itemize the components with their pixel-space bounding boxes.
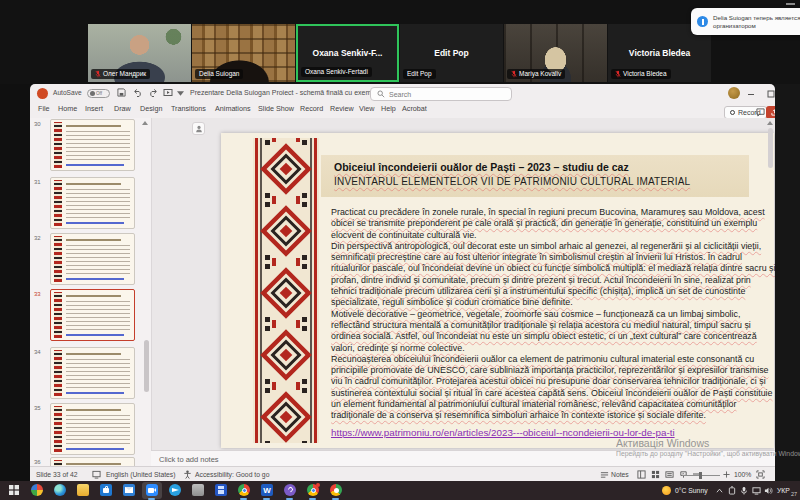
tab-transitions[interactable]: Transitions xyxy=(171,104,206,113)
floppy-icon[interactable] xyxy=(215,484,227,496)
tab-animations[interactable]: Animations xyxy=(215,104,251,113)
tab-file[interactable]: File xyxy=(38,104,50,113)
tab-home[interactable]: Home xyxy=(58,104,77,113)
powerpoint-window: AutoSave Off Prezentare Delia Suiogan Pr… xyxy=(30,84,775,481)
running-indicator xyxy=(263,498,270,500)
reading-view-icon[interactable] xyxy=(665,470,674,479)
slide-thumbnail-30[interactable] xyxy=(50,119,135,171)
tab-record[interactable]: Record xyxy=(300,104,323,113)
start-slideshow-icon[interactable] xyxy=(163,88,173,98)
search-icon xyxy=(377,90,385,98)
account-avatar[interactable] xyxy=(728,87,740,99)
mail-icon[interactable] xyxy=(123,484,135,496)
slide-canvas: Obiceiul încondeierii ouălor de Paști – … xyxy=(151,118,775,450)
participant-tile-edit[interactable]: Edit Pop Edit Pop xyxy=(400,24,503,82)
clock[interactable]: 27 xyxy=(791,491,797,497)
zoom-minimize-icon[interactable] xyxy=(786,3,795,5)
notes-toggle-icon[interactable] xyxy=(600,470,609,479)
chrome-icon[interactable] xyxy=(238,484,250,496)
edge-icon[interactable] xyxy=(54,484,66,496)
thumbnails-scroll-up-icon[interactable] xyxy=(142,121,148,125)
recycle-bin-icon[interactable] xyxy=(192,484,204,496)
chrome-badged-icon[interactable] xyxy=(307,484,319,496)
slide-thumbnail-32[interactable] xyxy=(50,233,135,285)
word-icon[interactable]: W xyxy=(261,484,273,496)
participant-tile-delia[interactable]: Delia Suiogan xyxy=(192,24,295,82)
tab-acrobat[interactable]: Acrobat xyxy=(402,104,427,113)
zoom-slider-thumb[interactable] xyxy=(699,472,702,479)
tab-view[interactable]: View xyxy=(359,104,374,113)
tab-slide-show[interactable]: Slide Show xyxy=(258,104,294,113)
display-settings-icon[interactable] xyxy=(92,470,101,479)
browser-icon[interactable] xyxy=(330,484,342,496)
participant-name-badge: Олег Мандрик xyxy=(91,69,150,79)
tab-help[interactable]: Help xyxy=(381,104,396,113)
redo-icon[interactable] xyxy=(148,88,158,98)
qat-caret-icon[interactable] xyxy=(177,91,184,96)
minimize-button[interactable] xyxy=(746,89,756,99)
participant-tile-mariya[interactable]: Mariya Kovaliv xyxy=(504,24,607,82)
tab-insert[interactable]: Insert xyxy=(85,104,103,113)
canvas-scroll-up-icon[interactable] xyxy=(767,121,773,125)
widgets-icon[interactable] xyxy=(31,484,43,496)
slide-33[interactable]: Obiceiul încondeierii ouălor de Paști – … xyxy=(221,133,774,448)
slide-paragraph: Practicat cu precădere în zonele rurale,… xyxy=(331,207,775,241)
document-title: Prezentare Delia Suiogan Proiect - schem… xyxy=(190,89,387,96)
slide-thumbnail-35[interactable] xyxy=(50,403,135,455)
slide-thumbnail-33-current[interactable] xyxy=(50,289,135,341)
participant-tile-oxana[interactable]: Oxana Senkiv-F... Oxana Senkiv-Fertadi xyxy=(296,24,399,82)
notes-toggle[interactable]: Notes xyxy=(611,471,629,478)
host-change-notification[interactable]: Delia Suiogan теперь является организато… xyxy=(691,8,800,35)
start-icon[interactable] xyxy=(8,484,20,496)
volume-icon[interactable] xyxy=(764,486,773,495)
maximize-button[interactable] xyxy=(766,89,775,99)
windows-activation-watermark: Активація Windows Перейдіть до розділу "… xyxy=(616,437,800,457)
accessibility-icon[interactable] xyxy=(183,470,192,479)
slide-thumbnail-36[interactable] xyxy=(50,457,135,466)
mic-off-icon xyxy=(95,70,101,78)
battery-icon[interactable] xyxy=(728,486,736,495)
microphone-icon[interactable] xyxy=(740,486,748,495)
slide-title-box[interactable]: Obiceiul încondeierii ouălor de Paști – … xyxy=(321,155,749,197)
slide-body-textbox[interactable]: Practicat cu precădere în zonele rurale,… xyxy=(331,207,775,422)
zoom-in-icon[interactable] xyxy=(723,471,730,478)
autosave-toggle[interactable]: Off xyxy=(87,89,110,98)
autosave-label: AutoSave xyxy=(53,89,82,96)
keyboard-language[interactable]: УКР xyxy=(777,487,790,494)
slide-thumbnail-31[interactable] xyxy=(50,177,135,229)
comments-icon[interactable] xyxy=(756,108,765,117)
slide-thumbnail-34[interactable] xyxy=(50,347,135,399)
powerpoint-app-icon xyxy=(37,88,48,99)
weather-sun-icon[interactable] xyxy=(662,486,671,495)
network-display-icon[interactable] xyxy=(752,486,761,495)
fit-to-window-icon[interactable] xyxy=(756,470,765,479)
weather-status[interactable]: 0°C Sunny xyxy=(675,487,708,494)
thumb-number: 36 xyxy=(34,459,41,465)
zoom-level[interactable]: 100% xyxy=(734,471,751,478)
file-explorer-icon[interactable] xyxy=(77,484,89,496)
embroidery-band xyxy=(253,138,319,443)
normal-view-icon[interactable] xyxy=(637,470,646,479)
person-icon xyxy=(195,125,203,133)
telegram-icon[interactable] xyxy=(169,484,181,496)
tray-chevron-icon[interactable] xyxy=(716,488,723,493)
running-indicator xyxy=(286,498,293,500)
thumbnails-scrollbar[interactable] xyxy=(144,340,149,392)
mic-off-icon xyxy=(511,70,517,78)
ppt-titlebar: AutoSave Off Prezentare Delia Suiogan Pr… xyxy=(30,84,775,104)
accessibility-status[interactable]: Accessibility: Good to go xyxy=(195,471,269,478)
presence-indicator[interactable] xyxy=(192,122,205,135)
language-indicator[interactable]: English (United States) xyxy=(106,471,176,478)
tab-draw[interactable]: Draw xyxy=(114,104,131,113)
tab-review[interactable]: Review xyxy=(330,104,354,113)
slide-sorter-icon[interactable] xyxy=(651,470,660,479)
undo-icon[interactable] xyxy=(133,88,143,98)
canvas-scrollbar[interactable] xyxy=(768,128,773,168)
viber-icon[interactable] xyxy=(284,484,296,496)
slide-thumbnail-panel: 30 31 32 33 34 35 36 xyxy=(30,118,151,466)
zoom-app-icon[interactable] xyxy=(146,484,158,496)
save-icon[interactable] xyxy=(117,88,126,97)
tab-design[interactable]: Design xyxy=(140,104,162,113)
search-input[interactable]: Search xyxy=(370,87,512,101)
participant-tile-oleg[interactable]: Олег Мандрик xyxy=(88,24,191,82)
